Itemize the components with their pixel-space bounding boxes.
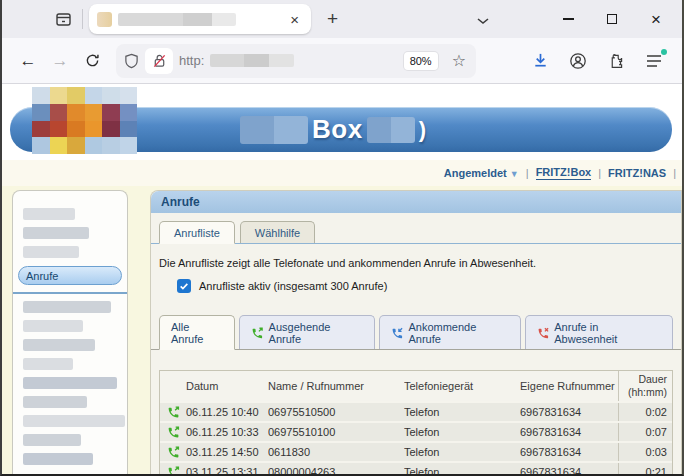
zoom-level-badge[interactable]: 80% [404, 52, 438, 70]
chevron-down-icon: ▼ [510, 169, 519, 179]
brand-logo-redacted [32, 87, 137, 154]
redacted-menu-item[interactable] [23, 396, 87, 408]
back-icon[interactable]: ← [12, 45, 44, 77]
menu-hamburger-icon[interactable] [642, 49, 666, 73]
cell-eigene-rufnummer: 6967831634 [520, 446, 618, 458]
browser-tab-bar: × + × [2, 0, 682, 38]
tab-favicon-redacted [97, 12, 112, 27]
forward-icon[interactable]: → [44, 45, 76, 77]
maximize-button[interactable] [590, 0, 634, 38]
filter-tab-alle-anrufe[interactable]: Alle Anrufe [159, 315, 235, 350]
anrufliste-aktiv-checkbox[interactable] [177, 279, 191, 293]
redacted-menu-item[interactable] [23, 358, 73, 370]
nav-link-fritznas[interactable]: FRITZ!NAS [608, 167, 666, 179]
cell-rufnummer: 0611830 [268, 446, 404, 458]
cell-rufnummer: 06975510500 [268, 406, 404, 418]
cell-geraet: Telefon [404, 446, 520, 458]
redacted-menu-item[interactable] [23, 377, 117, 389]
filter-tab-label: Alle Anrufe [171, 321, 223, 345]
fritzbox-banner: Box ) [2, 84, 682, 160]
outgoing-call-icon [167, 466, 180, 476]
missed-call-icon [537, 327, 550, 340]
cell-geraet: Telefon [404, 466, 520, 475]
redacted-menu-item[interactable] [23, 301, 111, 313]
description-text: Die Anrufliste zeigt alle Telefonate und… [159, 257, 673, 269]
redacted-menu-item[interactable] [23, 415, 125, 427]
redacted-menu-item[interactable] [23, 320, 83, 332]
cell-datum: 06.11.25 10:33 [186, 426, 268, 438]
tab-separator [82, 9, 83, 29]
main-panel: Anrufe Anrufliste Wählhilfe Die Anruflis… [150, 190, 682, 475]
sidebar-item-label: Anrufe [26, 270, 58, 282]
tab-anrufliste[interactable]: Anrufliste [159, 221, 235, 244]
sidebar-item-anrufe[interactable]: Anrufe [18, 266, 122, 285]
sidebar-divider [13, 292, 127, 294]
shield-icon[interactable] [124, 53, 139, 69]
link-separator: | [673, 167, 676, 179]
outgoing-call-icon [167, 446, 180, 459]
session-bar: Angemeldet ▼ | FRITZ!Box | FRITZ!NAS | [2, 160, 682, 186]
cell-geraet: Telefon [404, 426, 520, 438]
table-row[interactable]: 06.11.25 10:40 06975510500 Telefon 69678… [160, 401, 672, 421]
page-title: Anrufe [151, 191, 681, 213]
col-name: Name / Rufnummer [268, 380, 404, 392]
cell-rufnummer: 08000004263 [268, 466, 404, 475]
insecure-lock-icon[interactable] [145, 48, 173, 74]
outgoing-call-icon [167, 426, 180, 439]
new-tab-button[interactable]: + [321, 8, 344, 30]
tab-waehlhilfe[interactable]: Wählhilfe [240, 221, 315, 243]
outgoing-call-icon [251, 327, 264, 340]
bookmark-star-icon[interactable]: ☆ [452, 51, 466, 70]
banner-model-redacted [367, 117, 415, 143]
banner-product-name: Box [312, 114, 363, 145]
minimize-button[interactable] [546, 0, 590, 38]
extensions-puzzle-icon[interactable] [604, 49, 628, 73]
table-row[interactable]: 06.11.25 10:33 06975510100 Telefon 69678… [160, 421, 672, 441]
logged-in-menu[interactable]: Angemeldet ▼ [444, 167, 519, 179]
col-eigene: Eigene Rufnummer [520, 380, 618, 392]
cell-dauer: 0:07 [618, 423, 672, 441]
tabs-row: Anrufliste Wählhilfe [151, 213, 681, 244]
url-redacted [210, 54, 294, 67]
check-icon [179, 281, 189, 291]
table-row[interactable]: 03.11.25 14:50 0611830 Telefon 696783163… [160, 441, 672, 461]
firefox-view-icon[interactable] [48, 6, 78, 32]
browser-toolbar: ← → http: 80% ☆ [2, 38, 682, 84]
browser-tab[interactable]: × [89, 4, 311, 34]
reload-icon[interactable] [76, 45, 108, 77]
url-scheme: http: [179, 53, 204, 68]
cell-datum: 03.11.25 14:50 [186, 446, 268, 458]
anrufliste-aktiv-row: Anrufliste aktiv (insgesamt 300 Anrufe) [177, 279, 673, 293]
tab-close-icon[interactable]: × [286, 10, 303, 29]
url-bar[interactable]: http: 80% ☆ [116, 44, 476, 78]
cell-eigene-rufnummer: 6967831634 [520, 406, 618, 418]
fritzbox-page: Box ) Angemeldet ▼ | FRITZ!Box | FRITZ!N… [2, 84, 682, 475]
checkbox-label: Anrufliste aktiv (insgesamt 300 Anrufe) [199, 280, 387, 292]
redacted-menu-item[interactable] [23, 208, 75, 220]
filter-tab-label: Anrufe in Abwesenheit [554, 321, 661, 345]
table-row[interactable]: 03.11.25 13:31 08000004263 Telefon 69678… [160, 461, 672, 475]
downloads-icon[interactable] [528, 49, 552, 73]
cell-eigene-rufnummer: 6967831634 [520, 426, 618, 438]
incoming-call-icon [391, 327, 404, 340]
redacted-menu-item[interactable] [23, 227, 89, 239]
redacted-menu-item[interactable] [23, 453, 93, 465]
banner-title-redacted [240, 116, 308, 144]
filter-tab-ankommende[interactable]: Ankommende Anrufe [379, 315, 521, 349]
close-button[interactable]: × [634, 0, 678, 38]
filter-tabs-row: Alle Anrufe Ausgehende Anrufe Ankommende… [151, 309, 681, 350]
browser-window: × + × ← → [0, 0, 684, 476]
tab-list-chevron-icon[interactable] [476, 12, 490, 30]
filter-tab-abwesenheit[interactable]: Anrufe in Abwesenheit [525, 315, 673, 349]
nav-link-fritzbox[interactable]: FRITZ!Box [536, 166, 592, 180]
cell-geraet: Telefon [404, 406, 520, 418]
cell-dauer: 0:03 [618, 443, 672, 461]
redacted-menu-item[interactable] [23, 246, 79, 258]
filter-tab-ausgehende[interactable]: Ausgehende Anrufe [239, 315, 375, 349]
filter-tab-label: Ankommende Anrufe [408, 321, 508, 345]
col-dauer: Dauer (hh:mm) [618, 371, 672, 401]
banner-title-suffix: ) [419, 117, 426, 143]
redacted-menu-item[interactable] [23, 339, 95, 351]
account-icon[interactable] [566, 49, 590, 73]
redacted-menu-item[interactable] [23, 434, 81, 446]
